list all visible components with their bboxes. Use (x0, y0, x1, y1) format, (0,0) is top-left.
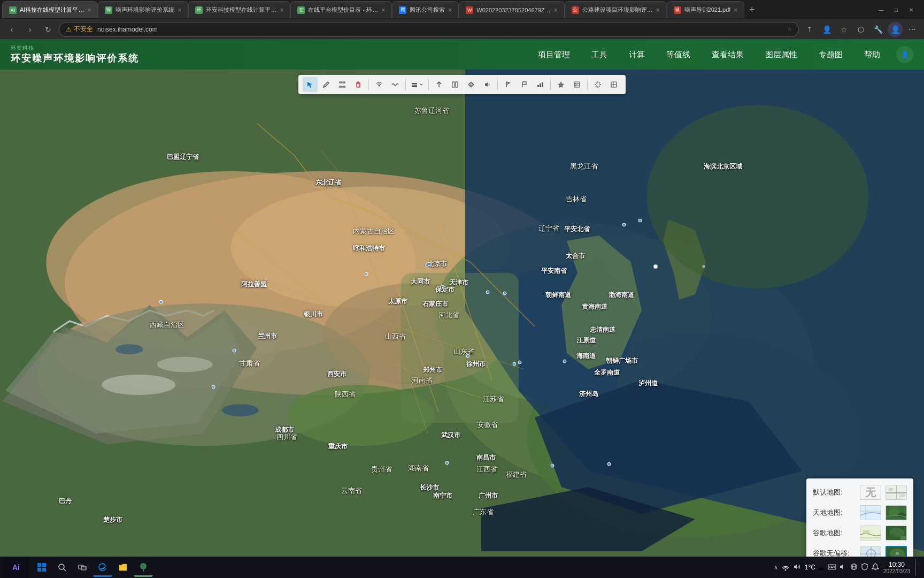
tool-up-arrow[interactable] (432, 77, 446, 92)
tool-flag2[interactable] (517, 77, 532, 92)
address-star-icon[interactable]: ☆ (787, 26, 792, 32)
app-container: 环安科技 环安噪声环境影响评价系统 项目管理 工具 计算 等值线 查看结果 图层… (0, 40, 924, 578)
battery-weather-area[interactable]: 1°C ☁ (805, 564, 825, 572)
nav-link-help[interactable]: 帮助 (864, 48, 880, 62)
taskbar-sys-tray: ∧ (774, 564, 778, 571)
taskbar: Ai (0, 557, 924, 578)
tab-5-close[interactable]: × (448, 6, 452, 14)
nav-link-layers[interactable]: 图层属性 (765, 48, 797, 62)
taskbar-map-button[interactable] (134, 558, 153, 577)
tab-8[interactable]: 噪 噪声导则2021.pdf × (667, 1, 745, 18)
tool-layers-dropdown[interactable] (409, 80, 426, 89)
svg-point-33 (102, 375, 175, 395)
layer-thumb-google-map[interactable] (860, 526, 881, 541)
collections-icon[interactable]: ⬡ (853, 22, 868, 37)
bookmark-icon[interactable]: ☆ (836, 22, 851, 37)
taskbar-up-arrow-icon[interactable]: ∧ (774, 564, 778, 571)
nav-link-tools[interactable]: 工具 (591, 48, 607, 62)
keyboard-icon[interactable] (828, 562, 836, 572)
tab-1[interactable]: AI AI科技在线模型计算平… × (2, 1, 98, 18)
forward-button[interactable]: › (22, 22, 37, 37)
tool-delete[interactable] (351, 77, 366, 92)
tool-zoom-in[interactable] (590, 77, 605, 92)
maximize-button[interactable]: □ (890, 3, 903, 16)
weather-icon: ☁ (818, 564, 825, 572)
network-icon[interactable] (781, 562, 790, 573)
tab-2[interactable]: 噪 噪声环境影响评价系统 × (98, 1, 188, 18)
tab-6-close[interactable]: × (554, 6, 558, 14)
account-icon[interactable]: 👤 (888, 22, 903, 37)
taskbar-clock[interactable]: 10:30 2022/03/23 (883, 561, 910, 574)
new-tab-button[interactable]: + (744, 2, 759, 17)
layer-thumb-street[interactable] (886, 485, 907, 500)
tab-6[interactable]: W W020220323705204679Z… × (459, 1, 564, 18)
tool-volume[interactable] (480, 77, 495, 92)
nav-link-results[interactable]: 查看结果 (712, 48, 744, 62)
map-container[interactable]: 内蒙古自治区 呼和浩特市 北京市 天津市 石家庄市 太原市 河北省 山西省 兰州… (0, 70, 924, 578)
tab-1-close[interactable]: × (87, 6, 91, 14)
security-shield-icon[interactable] (861, 563, 868, 572)
layer-thumb-tianditu-map[interactable] (860, 505, 881, 520)
minimize-button[interactable]: — (875, 3, 888, 16)
app-logo-line2: 环安噪声环境影响评价系统 (11, 52, 139, 65)
nav-link-project[interactable]: 项目管理 (538, 48, 570, 62)
layer-switcher-panel: 默认地图: 无 天地地图: (806, 478, 913, 567)
tab-2-close[interactable]: × (178, 6, 181, 14)
nav-link-contour[interactable]: 等值线 (666, 48, 690, 62)
layer-thumb-blank[interactable]: 无 (860, 485, 881, 500)
svg-rect-85 (42, 568, 46, 572)
extension-icon[interactable]: 🔧 (871, 22, 886, 37)
layer-thumb-google-sat[interactable] (886, 526, 907, 541)
tab-7-close[interactable]: × (656, 6, 660, 14)
tool-split-view[interactable] (448, 77, 463, 92)
translate-icon[interactable]: T (802, 22, 817, 37)
tool-fullscreen[interactable] (335, 77, 350, 92)
profile-icon[interactable]: 👤 (819, 22, 834, 37)
svg-rect-53 (574, 82, 580, 87)
nav-link-theme[interactable]: 专题图 (819, 48, 843, 62)
svg-rect-44 (412, 83, 417, 84)
tool-pin[interactable] (553, 77, 568, 92)
windows-start-button[interactable] (32, 558, 51, 577)
svg-point-20 (551, 464, 554, 467)
layer-thumb-tianditu-sat[interactable] (886, 505, 907, 520)
close-button[interactable]: ✕ (905, 3, 918, 16)
nav-link-calc[interactable]: 计算 (629, 48, 645, 62)
more-options-icon[interactable]: ⋯ (905, 22, 920, 37)
user-avatar[interactable]: 👤 (896, 46, 913, 63)
volume-icon[interactable] (793, 562, 802, 573)
tool-settings-table[interactable] (569, 77, 584, 92)
svg-point-15 (334, 372, 337, 375)
tab-8-close[interactable]: × (734, 6, 737, 14)
tab-4-close[interactable]: × (381, 6, 385, 14)
globe-icon[interactable] (850, 563, 858, 572)
taskbar-edge-button[interactable] (93, 558, 112, 577)
tab-3-close[interactable]: × (280, 6, 283, 14)
tab-7[interactable]: 公 公路建设项目环境影响评… × (565, 1, 667, 18)
notification-icon[interactable] (872, 563, 879, 572)
tool-chart-bar[interactable] (533, 77, 548, 92)
address-box[interactable]: ⚠ 不安全 noisex.ihamodel.com ☆ (59, 22, 799, 37)
tool-flag[interactable] (500, 77, 515, 92)
tab-4[interactable]: 在 在线平台模型价目表 - 环… × (290, 1, 392, 18)
tool-signal[interactable] (372, 77, 387, 92)
speaker-icon[interactable] (840, 563, 847, 572)
svg-rect-83 (42, 563, 46, 567)
svg-point-27 (518, 361, 521, 364)
tool-grid[interactable] (606, 77, 621, 92)
svg-rect-62 (899, 494, 905, 497)
taskbar-search-button[interactable] (52, 558, 72, 577)
tool-select[interactable] (303, 77, 318, 92)
taskbar-explorer-button[interactable] (113, 558, 133, 577)
ai-button[interactable]: Ai (3, 557, 29, 578)
tool-pan[interactable] (464, 77, 479, 92)
svg-rect-93 (828, 565, 836, 569)
show-desktop-button[interactable] (915, 559, 918, 576)
tool-wave[interactable] (388, 77, 403, 92)
reload-button[interactable]: ↻ (41, 22, 56, 37)
tool-draw[interactable] (319, 77, 334, 92)
taskbar-taskview-button[interactable] (73, 558, 92, 577)
tab-5[interactable]: 腾 腾讯公司搜索 × (392, 1, 459, 18)
back-button[interactable]: ‹ (4, 22, 19, 37)
tab-3[interactable]: 环 环安科技模型在线计算平… × (188, 1, 290, 18)
